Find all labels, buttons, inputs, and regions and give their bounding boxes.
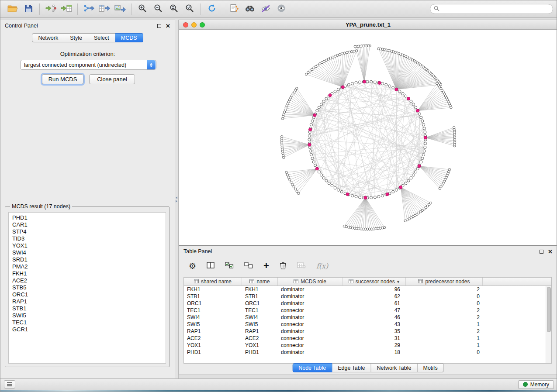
table-row[interactable]: FKH1FKH1dominator962 <box>184 286 546 293</box>
column-header-shared-name[interactable]: shared name <box>184 278 242 285</box>
mcds-result-title: MCDS result (17 nodes) <box>10 203 72 210</box>
window-close-light[interactable] <box>183 22 188 28</box>
search-box[interactable] <box>430 4 553 14</box>
zoom-selected-button[interactable] <box>182 2 197 16</box>
mcds-result-item[interactable]: ORC1 <box>9 291 166 298</box>
table-row[interactable]: SWI4SWI4dominator462 <box>184 314 546 321</box>
tab-select[interactable]: Select <box>88 33 115 42</box>
zoom-fit-button[interactable] <box>166 2 182 16</box>
export-image-button[interactable] <box>112 2 128 16</box>
import-table-file-button[interactable] <box>59 2 74 16</box>
close-panel-icon[interactable]: ✕ <box>166 23 170 29</box>
float-panel-icon[interactable] <box>540 250 543 254</box>
mcds-result-group: MCDS result (17 nodes) PHD1CAR1STP4TID3Y… <box>5 203 170 367</box>
run-mcds-button[interactable]: Run MCDS <box>42 74 83 84</box>
cell-shared-name: RAP1 <box>184 328 242 334</box>
table-scrollbar-thumb[interactable] <box>547 287 551 332</box>
task-history-button[interactable] <box>4 380 15 389</box>
mcds-result-item[interactable]: TID3 <box>9 235 166 242</box>
toolbar-separator <box>201 3 201 15</box>
tab-network-table[interactable]: Network Table <box>371 363 418 372</box>
cell-shared-name: ORC1 <box>184 300 242 306</box>
tab-node-table[interactable]: Node Table <box>292 363 332 372</box>
mcds-result-item[interactable]: STB5 <box>9 284 166 291</box>
toggle-detail-button[interactable] <box>258 2 273 16</box>
cell-shared-name: YOX1 <box>184 342 242 348</box>
column-header-mcds-role[interactable]: MCDS role <box>278 278 343 285</box>
memory-button[interactable]: Memory <box>518 380 554 389</box>
table-settings-button[interactable]: ⚙ <box>189 262 196 270</box>
open-session-button[interactable] <box>5 2 21 16</box>
export-table-button[interactable] <box>97 2 112 16</box>
splitter-grip-icon[interactable] <box>176 196 177 203</box>
cell-mcds-role: dominator <box>278 349 343 355</box>
delete-column-button[interactable] <box>280 261 287 271</box>
table-row[interactable]: YOX1YOX1connector291 <box>184 342 546 349</box>
zoom-in-button[interactable] <box>135 2 150 16</box>
table-row[interactable]: TEC1TEC1connector472 <box>184 307 546 314</box>
mcds-result-item[interactable]: ACE2 <box>9 277 166 284</box>
find-button[interactable] <box>242 2 258 16</box>
import-network-icon <box>45 4 56 14</box>
close-panel-icon[interactable]: ✕ <box>548 249 553 254</box>
mcds-result-item[interactable]: GCR1 <box>9 326 166 333</box>
search-icon <box>434 5 439 13</box>
window-zoom-light[interactable] <box>200 22 205 28</box>
cell-mcds-role: dominator <box>278 300 343 306</box>
control-panel-header: Control Panel ✕ <box>0 20 175 31</box>
table-row[interactable]: ORC1ORC1dominator610 <box>184 300 546 307</box>
table-scrollbar[interactable] <box>546 286 551 363</box>
mcds-result-item[interactable]: TEC1 <box>9 319 166 326</box>
mcds-result-item[interactable]: PHD1 <box>9 214 166 221</box>
mcds-result-item[interactable]: RAP1 <box>9 298 166 305</box>
import-network-file-button[interactable] <box>43 2 59 16</box>
table-row[interactable]: SWI5SWI5connector431 <box>184 321 546 328</box>
network-canvas[interactable] <box>179 30 557 245</box>
search-input[interactable] <box>442 6 549 12</box>
cell-predecessor-nodes: 1 <box>406 342 483 348</box>
tab-network[interactable]: Network <box>32 33 64 42</box>
save-session-button[interactable] <box>21 2 36 16</box>
panel-splitter[interactable] <box>175 20 179 378</box>
mcds-result-item[interactable]: STP4 <box>9 228 166 235</box>
optimization-dropdown[interactable]: largest connected component (undirected) <box>20 60 156 70</box>
table-row[interactable]: ACE2ACE2connector311 <box>184 335 546 342</box>
select-all-button[interactable] <box>225 262 234 270</box>
tab-mcds[interactable]: MCDS <box>115 33 143 42</box>
column-header-predecessor-nodes[interactable]: predecessor nodes <box>406 278 483 285</box>
mcds-result-item[interactable]: SWI5 <box>9 312 166 319</box>
tab-style[interactable]: Style <box>64 33 88 42</box>
tab-edge-table[interactable]: Edge Table <box>332 363 371 372</box>
cell-predecessor-nodes: 0 <box>406 293 483 299</box>
deselect-all-button[interactable] <box>244 262 253 270</box>
close-panel-button[interactable]: Close panel <box>89 74 135 84</box>
sort-caret-icon[interactable]: ▾ <box>397 279 400 285</box>
float-panel-icon[interactable] <box>157 24 161 28</box>
export-web-page-button[interactable] <box>226 2 242 16</box>
show-graphics-button[interactable] <box>273 2 289 16</box>
mcds-result-list[interactable]: PHD1CAR1STP4TID3YOX1SWI4SRD1PMA2FKH1ACE2… <box>8 212 166 364</box>
tab-motifs[interactable]: Motifs <box>417 363 443 372</box>
show-columns-button[interactable] <box>207 262 214 270</box>
window-minimize-light[interactable] <box>191 22 197 28</box>
table-row[interactable]: RAP1RAP1dominator352 <box>184 328 546 335</box>
table-row[interactable]: STB1STB1dominator620 <box>184 293 546 300</box>
cell-successor-nodes: 43 <box>343 321 406 327</box>
mcds-result-item[interactable]: CAR1 <box>9 221 166 228</box>
mcds-result-item[interactable]: STB1 <box>9 305 166 312</box>
mcds-result-item[interactable]: FKH1 <box>9 270 166 277</box>
column-header-name[interactable]: name <box>242 278 278 285</box>
add-column-button[interactable]: + <box>263 261 269 271</box>
delete-table-button[interactable] <box>297 262 306 270</box>
function-builder-button[interactable]: f(x) <box>316 262 328 270</box>
mcds-result-item[interactable]: YOX1 <box>9 242 166 249</box>
column-header-successor-nodes[interactable]: successor nodes▾ <box>343 278 406 285</box>
mcds-result-item[interactable]: SRD1 <box>9 256 166 263</box>
table-row[interactable]: PHD1PHD1dominator180 <box>184 349 546 356</box>
export-network-button[interactable] <box>81 2 97 16</box>
mcds-result-item[interactable]: SWI4 <box>9 249 166 256</box>
zoom-out-button[interactable] <box>150 2 166 16</box>
refresh-view-button[interactable] <box>204 2 220 16</box>
mcds-result-item[interactable]: PMA2 <box>9 263 166 270</box>
cell-name: ORC1 <box>242 300 278 306</box>
